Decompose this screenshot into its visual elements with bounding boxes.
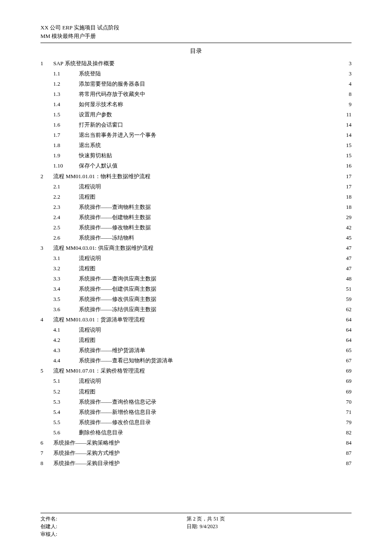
date-line: 日期: 9/4/2023 (187, 523, 352, 530)
footer-right: 第 2 页，共 51 页 日期: 9/4/2023 (187, 515, 352, 538)
toc-number: 2.2 (53, 192, 79, 202)
toc-entry: 1SAP 系统登陆及操作概要3 (40, 58, 352, 69)
toc-number: 1.2 (53, 79, 79, 89)
toc-text: 流程图 (79, 335, 95, 345)
toc-page-number: 47 (346, 243, 352, 253)
toc-entry: 3.4系统操作——创建供应商主数据51 (40, 284, 352, 294)
header-line-2: MM 模块最终用户手册 (40, 32, 352, 40)
toc-page-number: 84 (346, 438, 352, 448)
toc-text: 添加需要登陆的服务器条目 (79, 79, 145, 89)
toc-text: 系统操作——查询供应商主数据 (79, 274, 156, 284)
toc-number: 1 (40, 58, 53, 69)
toc-text: 系统操作——创建供应商主数据 (79, 284, 156, 294)
toc-page-number: 3 (349, 58, 352, 69)
toc-entry: 2流程 MM01.01.01：物料主数据维护流程17 (40, 171, 352, 182)
toc-entry: 3.5系统操作——修改供应商主数据59 (40, 294, 352, 304)
toc-page-number: 11 (346, 110, 352, 120)
toc-number: 2.5 (53, 223, 79, 233)
toc-number: 3.1 (53, 253, 79, 263)
toc-entry: 5.5系统操作——修改价信息目录79 (40, 417, 352, 428)
toc-page-number: 42 (346, 223, 352, 233)
toc-text: 流程说明 (79, 253, 101, 263)
toc-number: 3 (40, 243, 53, 253)
toc-entry: 1.4如何显示技术名称9 (40, 99, 352, 110)
toc-page-number: 15 (346, 140, 352, 150)
toc-entry: 5.3系统操作——查询价格信息记录70 (40, 397, 352, 407)
toc-text: 流程说明 (79, 325, 101, 335)
toc-page-number: 79 (346, 417, 352, 428)
toc-page-number: 59 (346, 294, 352, 304)
toc-text: 系统操作——冻结物料 (79, 233, 134, 243)
toc-page-number: 48 (346, 274, 352, 284)
toc-text: 流程 MM04.03.01: 供应商主数据维护流程 (53, 243, 153, 253)
toc-number: 4.1 (53, 325, 79, 335)
toc-text: 系统操作——查看已知物料的货源清单 (79, 356, 173, 366)
toc-page-number: 16 (346, 161, 352, 171)
reviewer-label: 审核人: (40, 530, 187, 538)
toc-text: 打开新的会话窗口 (79, 120, 123, 130)
toc-entry: 1.2添加需要登陆的服务器条目4 (40, 79, 352, 89)
toc-text: 系统操作——维护货源清单 (79, 345, 145, 356)
toc-page-number: 18 (346, 202, 352, 212)
toc-number: 5.6 (53, 428, 79, 438)
toc-entry: 3.2流程图47 (40, 263, 352, 274)
toc-page-number: 69 (346, 376, 352, 386)
toc-number: 5.3 (53, 397, 79, 407)
creator-label: 创建人: (40, 523, 187, 530)
toc-text: 流程图 (79, 387, 95, 397)
toc-number: 1.1 (53, 69, 79, 79)
toc-page-number: 29 (346, 212, 352, 223)
toc-page-number: 82 (346, 428, 352, 438)
toc-entry: 1.9快速剪切粘贴15 (40, 150, 352, 161)
document-header: XX 公司 ERP 实施项目 试点阶段 MM 模块最终用户手册 (40, 23, 352, 40)
toc-number: 5.2 (53, 387, 79, 397)
page-info: 第 2 页，共 51 页 (187, 515, 352, 523)
toc-entry: 8系统操作——采购目录维护87 (40, 458, 352, 468)
toc-text: 将常用代码存放于收藏夹中 (79, 89, 145, 99)
toc-text: 设置用户参数 (79, 110, 112, 120)
toc-number: 2 (40, 171, 53, 182)
toc-text: 系统操作——采购目录维护 (53, 458, 120, 468)
toc-number: 1.4 (53, 99, 79, 110)
toc-entry: 4.1流程说明64 (40, 325, 352, 335)
toc-number: 1.5 (53, 110, 79, 120)
toc-text: 退出当前事务并进入另一个事务 (79, 130, 156, 140)
toc-entry: 2.4系统操作——创建物料主数据29 (40, 212, 352, 223)
toc-page-number: 4 (349, 79, 352, 89)
toc-number: 1.10 (53, 161, 79, 171)
toc-number: 4.2 (53, 335, 79, 345)
toc-page-number: 64 (346, 315, 352, 325)
toc-page-number: 64 (346, 325, 352, 335)
toc-entry: 3.1流程说明47 (40, 253, 352, 263)
toc-entry: 4.2流程图64 (40, 335, 352, 345)
toc-page-number: 17 (346, 171, 352, 182)
toc-page-number: 3 (349, 69, 352, 79)
toc-entry: 4.3系统操作——维护货源清单65 (40, 345, 352, 356)
toc-text: 系统操作——创建物料主数据 (79, 212, 151, 223)
toc-page-number: 14 (346, 120, 352, 130)
toc-entry: 2.3系统操作——查询物料主数据18 (40, 202, 352, 212)
toc-entry: 5.6删除价格信息目录82 (40, 428, 352, 438)
filename-label: 文件名: (40, 515, 187, 523)
toc-entry: 3.3系统操作——查询供应商主数据48 (40, 274, 352, 284)
toc-page-number: 71 (346, 407, 352, 417)
toc-number: 3.6 (53, 304, 79, 315)
date-label: 日期: (187, 523, 199, 529)
toc-page-number: 14 (346, 130, 352, 140)
toc-entry: 1.7退出当前事务并进入另一个事务14 (40, 130, 352, 140)
toc-page-number: 69 (346, 387, 352, 397)
toc-number: 2.6 (53, 233, 79, 243)
toc-page-number: 9 (349, 99, 352, 110)
toc-entry: 2.2流程图18 (40, 192, 352, 202)
toc-text: 系统操作——修改物料主数据 (79, 223, 151, 233)
toc-entry: 1.6打开新的会话窗口14 (40, 120, 352, 130)
toc-number: 4 (40, 315, 53, 325)
toc-entry: 5.4系统操作——新增价格信息目录71 (40, 407, 352, 417)
toc-page-number: 62 (346, 304, 352, 315)
toc-number: 7 (40, 448, 53, 458)
toc-page-number: 8 (349, 89, 352, 99)
toc-entry: 2.5系统操作——修改物料主数据42 (40, 223, 352, 233)
table-of-contents: 1SAP 系统登陆及操作概要31.1系统登陆31.2添加需要登陆的服务器条目41… (40, 58, 352, 468)
toc-number: 5.1 (53, 376, 79, 386)
toc-entry: 1.10保存个人默认值16 (40, 161, 352, 171)
